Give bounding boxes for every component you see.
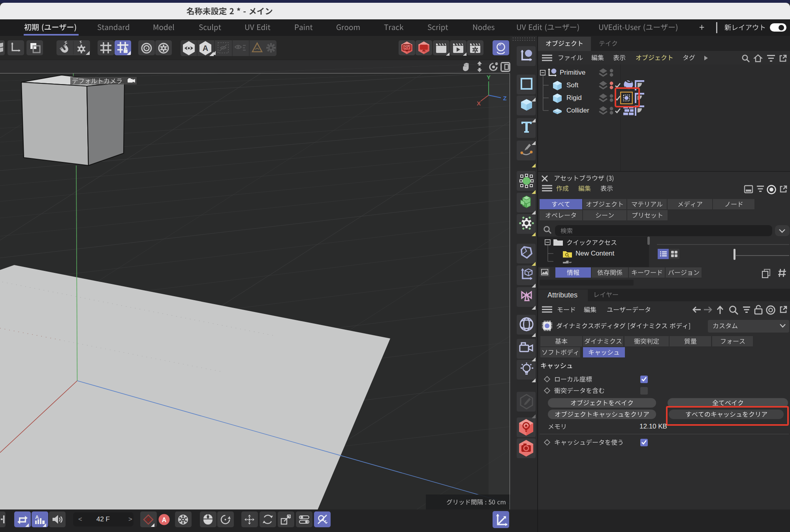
svg-text:A: A bbox=[203, 44, 208, 53]
svg-text:A: A bbox=[35, 514, 39, 520]
svg-text:RV: RV bbox=[404, 45, 410, 49]
svg-text:A: A bbox=[162, 517, 167, 523]
